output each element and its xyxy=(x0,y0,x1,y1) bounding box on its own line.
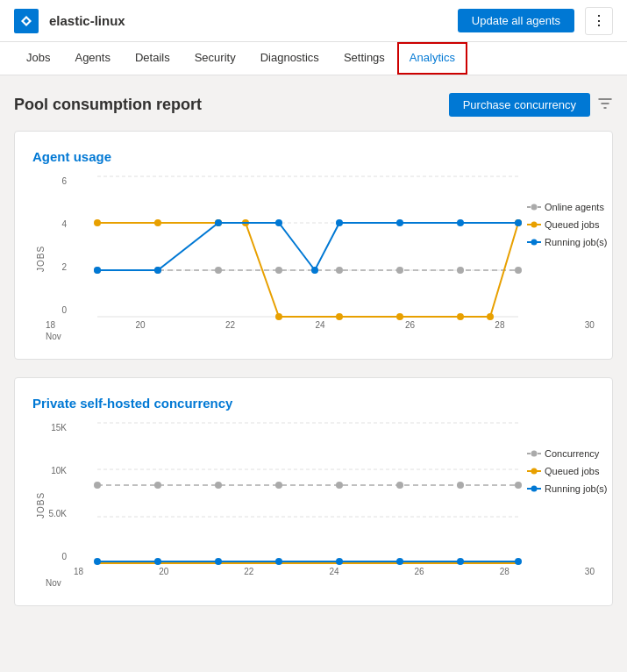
svg-point-30 xyxy=(336,219,343,226)
y-tick-10k: 10K xyxy=(46,466,70,475)
svg-point-38 xyxy=(531,222,538,228)
svg-point-72 xyxy=(531,486,538,492)
agent-usage-x-axis: 18 20 22 24 26 28 30 xyxy=(46,317,595,332)
x2-tick-30: 30 xyxy=(585,567,595,576)
svg-point-32 xyxy=(457,219,464,226)
agent-usage-plot: Online agents Queued jobs Running job(s) xyxy=(74,176,595,317)
svg-point-26 xyxy=(154,267,161,274)
private-concurrency-x-label: Nov xyxy=(46,578,595,588)
agent-usage-svg: Online agents Queued jobs Running job(s) xyxy=(74,176,595,317)
svg-point-41 xyxy=(531,239,538,246)
svg-point-28 xyxy=(275,219,282,226)
logo xyxy=(14,9,39,33)
y-tick-6: 6 xyxy=(46,176,70,186)
private-concurrency-title: Private self-hosted concurrency xyxy=(32,396,595,411)
svg-point-61 xyxy=(336,558,343,565)
svg-point-15 xyxy=(94,219,101,226)
x-tick-18: 18 xyxy=(46,320,55,330)
private-concurrency-svg: Concurrency Queued jobs Running job(s) xyxy=(74,423,595,563)
svg-point-50 xyxy=(215,482,222,489)
agent-usage-y-ticks: 6 4 2 0 xyxy=(46,176,70,315)
private-concurrency-plot: Concurrency Queued jobs Running job(s) xyxy=(74,423,595,563)
x-tick-20: 20 xyxy=(135,320,145,330)
svg-point-57 xyxy=(94,558,101,565)
page-title: Pool consumption report xyxy=(14,96,202,114)
svg-point-14 xyxy=(515,267,522,274)
nav-item-diagnostics[interactable]: Diagnostics xyxy=(248,42,331,75)
y-tick-0: 0 xyxy=(46,305,70,315)
svg-point-66 xyxy=(531,451,538,457)
x2-tick-22: 22 xyxy=(244,567,253,576)
header: elastic-linux Update all agents ⋮ xyxy=(0,0,627,42)
svg-point-10 xyxy=(275,267,282,274)
svg-point-33 xyxy=(515,219,522,226)
svg-point-51 xyxy=(275,482,282,489)
nav-item-analytics[interactable]: Analytics xyxy=(397,42,467,75)
svg-point-19 xyxy=(275,313,282,320)
svg-point-31 xyxy=(396,219,403,226)
y-tick-4: 4 xyxy=(46,219,70,229)
x2-tick-28: 28 xyxy=(500,567,509,576)
svg-point-13 xyxy=(457,267,464,274)
svg-point-16 xyxy=(154,219,161,226)
svg-point-25 xyxy=(94,267,101,274)
more-icon: ⋮ xyxy=(592,12,606,29)
agent-usage-title: Agent usage xyxy=(32,149,595,164)
x2-tick-20: 20 xyxy=(159,567,168,576)
svg-point-48 xyxy=(94,482,101,489)
svg-point-54 xyxy=(457,482,464,489)
legend-group-2: Concurrency Queued jobs Running job(s) xyxy=(527,448,608,494)
x-tick-22: 22 xyxy=(225,320,235,330)
svg-point-53 xyxy=(396,482,403,489)
svg-point-55 xyxy=(515,482,522,489)
page-content: Pool consumption report Purchase concurr… xyxy=(0,75,627,641)
svg-point-60 xyxy=(275,558,282,565)
agent-usage-y-label: JOBS xyxy=(32,176,46,341)
svg-text:Queued jobs: Queued jobs xyxy=(545,219,600,230)
private-concurrency-card: Private self-hosted concurrency JOBS 15K… xyxy=(14,377,613,606)
nav-item-details[interactable]: Details xyxy=(123,42,182,75)
private-concurrency-y-ticks: 15K 10K 5.0K 0 xyxy=(46,423,70,561)
filter-icon[interactable] xyxy=(597,96,613,115)
svg-point-63 xyxy=(457,558,464,565)
svg-point-29 xyxy=(311,267,318,274)
x2-tick-26: 26 xyxy=(415,567,424,576)
svg-point-20 xyxy=(336,313,343,320)
repo-title: elastic-linux xyxy=(49,13,447,28)
svg-text:Queued jobs: Queued jobs xyxy=(545,466,600,476)
svg-point-21 xyxy=(396,313,403,320)
svg-point-49 xyxy=(154,482,161,489)
svg-point-12 xyxy=(396,267,403,274)
x-tick-26: 26 xyxy=(405,320,415,330)
private-concurrency-chart-inner: 15K 10K 5.0K 0 xyxy=(46,423,595,588)
svg-point-11 xyxy=(336,267,343,274)
nav: Jobs Agents Details Security Diagnostics… xyxy=(0,42,627,75)
agent-usage-x-label: Nov xyxy=(46,332,595,341)
svg-text:Running job(s): Running job(s) xyxy=(545,483,608,494)
x2-tick-18: 18 xyxy=(74,567,83,576)
x-tick-30: 30 xyxy=(585,320,595,330)
legend-group: Online agents Queued jobs Running job(s) xyxy=(527,202,608,247)
svg-point-22 xyxy=(457,313,464,320)
agent-usage-chart-area: JOBS 6 4 2 0 xyxy=(32,176,595,341)
y-tick-5k: 5.0K xyxy=(46,509,70,518)
nav-item-jobs[interactable]: Jobs xyxy=(14,42,62,75)
private-concurrency-x-axis: 18 20 22 24 26 28 30 xyxy=(74,563,595,578)
nav-item-agents[interactable]: Agents xyxy=(62,42,122,75)
update-agents-button[interactable]: Update all agents xyxy=(458,9,574,32)
logo-icon xyxy=(19,14,33,28)
page-header: Pool consumption report Purchase concurr… xyxy=(14,93,613,117)
nav-item-settings[interactable]: Settings xyxy=(331,42,397,75)
more-options-button[interactable]: ⋮ xyxy=(585,7,613,35)
nav-item-security[interactable]: Security xyxy=(182,42,248,75)
svg-point-64 xyxy=(515,558,522,565)
y-tick-2: 2 xyxy=(46,262,70,272)
svg-point-58 xyxy=(154,558,161,565)
svg-text:Running job(s): Running job(s) xyxy=(545,237,608,247)
svg-point-59 xyxy=(215,558,222,565)
svg-point-62 xyxy=(396,558,403,565)
svg-point-52 xyxy=(336,482,343,489)
purchase-concurrency-button[interactable]: Purchase concurrency xyxy=(449,93,590,117)
svg-text:Online agents: Online agents xyxy=(545,202,604,212)
agent-usage-card: Agent usage JOBS 6 4 2 0 xyxy=(14,131,613,360)
